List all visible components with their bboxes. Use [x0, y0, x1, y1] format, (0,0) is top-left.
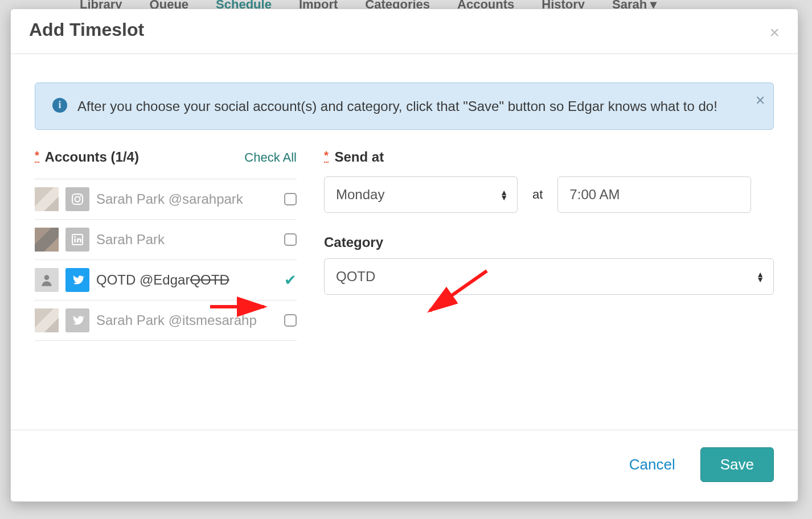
- account-name: Sarah Park @itsmesarahp: [96, 312, 277, 328]
- svg-point-2: [80, 195, 81, 197]
- account-checkbox[interactable]: [284, 233, 297, 246]
- at-label: at: [532, 187, 543, 202]
- checkmark-icon[interactable]: ✔: [284, 271, 297, 289]
- svg-point-1: [75, 197, 80, 202]
- account-row[interactable]: Sarah Park @itsmesarahp: [35, 300, 297, 341]
- svg-point-5: [74, 236, 76, 238]
- twitter-icon: [65, 268, 89, 292]
- avatar: [35, 308, 59, 332]
- avatar: [35, 268, 59, 292]
- account-name: Sarah Park @sarahpark: [96, 191, 277, 207]
- alert-dismiss-icon[interactable]: ✕: [755, 91, 765, 110]
- close-icon[interactable]: ×: [769, 24, 780, 41]
- category-select[interactable]: QOTD ▲▼: [324, 258, 774, 295]
- account-row[interactable]: QOTD @EdgarQOTD ✔: [35, 260, 297, 300]
- modal-header: Add Timeslot ×: [11, 9, 798, 54]
- time-input[interactable]: 7:00 AM: [557, 176, 751, 213]
- save-button[interactable]: Save: [700, 447, 774, 482]
- account-name: Sarah Park: [96, 232, 277, 248]
- modal-body: i After you choose your social account(s…: [11, 54, 798, 430]
- linkedin-icon: [65, 228, 89, 252]
- add-timeslot-modal: Add Timeslot × i After you choose your s…: [10, 9, 798, 502]
- twitter-icon: [65, 308, 89, 332]
- accounts-label: * Accounts (1/4): [35, 149, 139, 165]
- account-checkbox[interactable]: [284, 193, 297, 205]
- day-select[interactable]: Monday ▲▼: [324, 176, 518, 213]
- account-name: QOTD @EdgarQOTD: [96, 272, 277, 288]
- category-label: Category: [324, 234, 774, 250]
- account-row[interactable]: Sarah Park @sarahpark: [35, 179, 297, 220]
- caret-updown-icon: ▲▼: [500, 190, 508, 200]
- avatar: [35, 187, 59, 211]
- accounts-section: * Accounts (1/4) Check All Sarah Park @s…: [35, 149, 297, 341]
- caret-updown-icon: ▲▼: [756, 272, 764, 282]
- account-row[interactable]: Sarah Park: [35, 220, 297, 260]
- svg-point-6: [44, 275, 50, 281]
- cancel-button[interactable]: Cancel: [629, 456, 675, 473]
- info-alert: i After you choose your social account(s…: [35, 83, 774, 130]
- avatar: [35, 228, 59, 252]
- svg-rect-4: [75, 238, 76, 242]
- info-icon: i: [52, 98, 67, 113]
- modal-title: Add Timeslot: [29, 19, 144, 40]
- schedule-section: * Send at Monday ▲▼ at 7:00 AM Category …: [324, 149, 774, 341]
- required-star-icon: *: [35, 149, 39, 163]
- sendat-label: * Send at: [324, 149, 774, 165]
- modal-footer: Cancel Save: [11, 430, 798, 501]
- check-all-link[interactable]: Check All: [244, 150, 297, 165]
- account-checkbox[interactable]: [284, 314, 297, 327]
- instagram-icon: [65, 187, 89, 211]
- alert-text: After you choose your social account(s) …: [77, 96, 717, 117]
- required-star-icon: *: [324, 149, 329, 163]
